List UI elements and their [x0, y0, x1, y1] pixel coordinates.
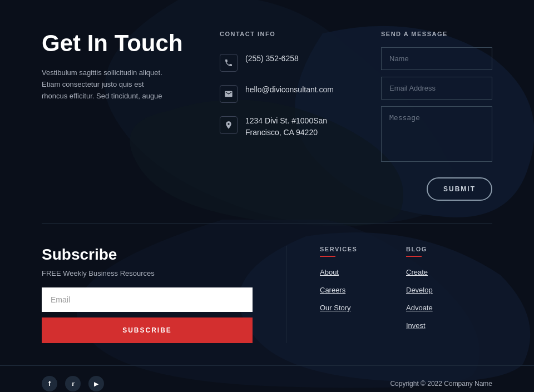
facebook-icon[interactable]: f — [42, 376, 57, 391]
subscribe-title: Subscribe — [42, 246, 253, 264]
phone-icon — [220, 54, 238, 72]
contact-info-column: CONTACT INFO (255) 352-6258 hello@divico… — [209, 31, 364, 201]
blog-create-link[interactable]: Create — [406, 268, 428, 276]
twitter-icon[interactable]: 𝕣 — [65, 376, 81, 391]
copyright-text: Copyright © 2022 Company Name — [390, 380, 492, 388]
services-label: SERVICES — [320, 246, 406, 257]
youtube-icon[interactable]: ▶ — [88, 376, 104, 391]
page-description: Vestibulum sagittis sollicitudin aliquet… — [42, 67, 170, 102]
contact-info-label: CONTACT INFO — [220, 31, 364, 37]
address-item: 1234 Divi St. #1000San Francisco, CA 942… — [220, 115, 364, 138]
list-item: Invest — [406, 320, 492, 330]
list-item: Create — [406, 267, 492, 277]
email-address: hello@diviconsultant.com — [245, 84, 334, 96]
send-message-label: SEND A MESSAGE — [381, 31, 492, 37]
links-columns: SERVICES About Careers Our Story BLOG Cr… — [286, 246, 492, 343]
list-item: Careers — [320, 285, 406, 295]
services-about-link[interactable]: About — [320, 268, 339, 276]
services-ourstory-link[interactable]: Our Story — [320, 304, 351, 312]
list-item: Our Story — [320, 302, 406, 312]
list-item: Develop — [406, 285, 492, 295]
blog-group: BLOG Create Develop Advoate Invest — [406, 246, 492, 343]
services-group: SERVICES About Careers Our Story — [320, 246, 406, 343]
blog-develop-link[interactable]: Develop — [406, 286, 433, 294]
phone-item: (255) 352-6258 — [220, 53, 364, 72]
services-careers-link[interactable]: Careers — [320, 286, 345, 294]
footer-bottom: f 𝕣 ▶ Copyright © 2022 Company Name — [0, 365, 534, 392]
blog-invest-link[interactable]: Invest — [406, 321, 426, 330]
submit-wrapper: SUBMIT — [381, 177, 492, 201]
name-input[interactable] — [381, 47, 492, 70]
subscribe-email-input[interactable] — [42, 287, 253, 312]
email-icon — [220, 85, 238, 103]
social-icons: f 𝕣 ▶ — [42, 376, 104, 391]
bottom-section: Subscribe FREE Weekly Business Resources… — [0, 224, 534, 360]
list-item: About — [320, 267, 406, 277]
location-icon — [220, 116, 238, 134]
message-form-column: SEND A MESSAGE SUBMIT — [364, 31, 492, 201]
email-input[interactable] — [381, 77, 492, 100]
blog-label: BLOG — [406, 246, 492, 257]
subscribe-button[interactable]: SUBSCRIBE — [42, 317, 253, 343]
submit-button[interactable]: SUBMIT — [427, 177, 492, 201]
message-input[interactable] — [381, 106, 492, 162]
email-item: hello@diviconsultant.com — [220, 84, 364, 103]
blog-advoate-link[interactable]: Advoate — [406, 304, 433, 312]
services-list: About Careers Our Story — [320, 267, 406, 312]
address-text: 1234 Divi St. #1000San Francisco, CA 942… — [245, 115, 364, 138]
list-item: Advoate — [406, 302, 492, 312]
phone-number: (255) 352-6258 — [245, 53, 299, 64]
subscribe-column: Subscribe FREE Weekly Business Resources… — [42, 246, 286, 343]
left-column: Get In Touch Vestibulum sagittis sollici… — [42, 31, 209, 201]
subscribe-subtitle: FREE Weekly Business Resources — [42, 269, 253, 277]
blog-list: Create Develop Advoate Invest — [406, 267, 492, 330]
page-title: Get In Touch — [42, 31, 209, 56]
